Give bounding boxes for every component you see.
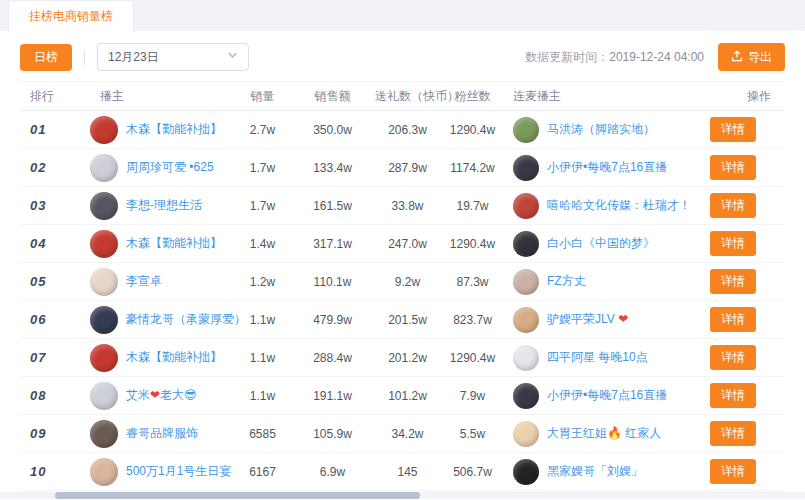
gifts-value: 201.5w <box>375 313 440 327</box>
filter-toolbar: 日榜 12月23日 数据更新时间：2019-12-24 04:00 导出 <box>20 43 785 71</box>
co-broadcaster-name-link[interactable]: 驴嫂平荣JLV ❤ <box>547 311 628 328</box>
detail-button[interactable]: 详情 <box>710 421 756 446</box>
header-fans: 粉丝数 <box>440 88 505 105</box>
broadcaster-avatar[interactable] <box>90 306 118 334</box>
broadcaster-cell: 500万1月1号生日宴 <box>90 458 235 486</box>
broadcaster-avatar[interactable] <box>90 458 118 486</box>
co-broadcaster-avatar[interactable] <box>513 231 539 257</box>
broadcaster-avatar[interactable] <box>90 382 118 410</box>
co-broadcaster-cell: 驴嫂平荣JLV ❤ <box>505 307 710 333</box>
co-broadcaster-avatar[interactable] <box>513 117 539 143</box>
co-broadcaster-name-link[interactable]: 黑家嫂哥「刘嫂」 <box>547 463 643 480</box>
action-cell: 详情 <box>710 307 794 332</box>
co-broadcaster-avatar[interactable] <box>513 383 539 409</box>
gifts-value: 145 <box>375 465 440 479</box>
co-broadcaster-name-link[interactable]: 大胃王红姐🔥 红家人 <box>547 425 661 442</box>
action-cell: 详情 <box>710 459 794 484</box>
broadcaster-avatar[interactable] <box>90 344 118 372</box>
rank-value: 05 <box>20 274 90 289</box>
co-broadcaster-name-link[interactable]: 小伊伊•每晚7点16直播 <box>547 159 667 176</box>
broadcaster-name-link[interactable]: 周周珍可爱 •625 <box>126 159 214 176</box>
export-icon <box>731 50 743 65</box>
gifts-value: 33.8w <box>375 199 440 213</box>
detail-button[interactable]: 详情 <box>710 307 756 332</box>
sales-amount-value: 110.1w <box>290 275 375 289</box>
rank-value: 01 <box>20 122 90 137</box>
horizontal-scrollbar-thumb[interactable] <box>55 492 420 499</box>
broadcaster-name-link[interactable]: 木森【勤能补拙】 <box>126 121 222 138</box>
sales-volume-value: 1.4w <box>235 237 290 251</box>
sales-amount-value: 6.9w <box>290 465 375 479</box>
broadcaster-name-link[interactable]: 木森【勤能补拙】 <box>126 349 222 366</box>
detail-button[interactable]: 详情 <box>710 155 756 180</box>
sales-volume-value: 1.1w <box>235 389 290 403</box>
broadcaster-name-link[interactable]: 李想-理想生活 <box>126 197 202 214</box>
detail-button[interactable]: 详情 <box>710 459 756 484</box>
broadcaster-name-link[interactable]: 豪情龙哥（承蒙厚爱） <box>126 311 246 328</box>
co-broadcaster-avatar[interactable] <box>513 269 539 295</box>
detail-button[interactable]: 详情 <box>710 231 756 256</box>
broadcaster-avatar[interactable] <box>90 268 118 296</box>
broadcaster-avatar[interactable] <box>90 192 118 220</box>
tab-ecommerce-sales-rank[interactable]: 挂榜电商销量榜 <box>8 0 134 31</box>
broadcaster-name-link[interactable]: 木森【勤能补拙】 <box>126 235 222 252</box>
sales-amount-value: 288.4w <box>290 351 375 365</box>
co-broadcaster-name-link[interactable]: 四平阿星 每晚10点 <box>547 349 648 366</box>
gifts-value: 34.2w <box>375 427 440 441</box>
co-broadcaster-avatar[interactable] <box>513 193 539 219</box>
broadcaster-cell: 李宣卓 <box>90 268 235 296</box>
co-broadcaster-cell: 黑家嫂哥「刘嫂」 <box>505 459 710 485</box>
fans-value: 1174.2w <box>440 161 505 175</box>
daily-rank-button[interactable]: 日榜 <box>20 44 72 71</box>
co-broadcaster-name-link[interactable]: 小伊伊•每晚7点16直播 <box>547 387 667 404</box>
co-broadcaster-avatar[interactable] <box>513 421 539 447</box>
ranking-table: 排行 播主 销量 销售额 送礼数（快币） 粉丝数 连麦播主 操作 01 木森【勤… <box>20 81 785 491</box>
broadcaster-name-link[interactable]: 500万1月1号生日宴 <box>126 463 231 480</box>
date-select[interactable]: 12月23日 <box>97 43 249 71</box>
fans-value: 506.7w <box>440 465 505 479</box>
broadcaster-name-link[interactable]: 李宣卓 <box>126 273 162 290</box>
table-row: 03 李想-理想生活 1.7w 161.5w 33.8w 19.7w 嘻哈哈文化… <box>20 187 785 225</box>
broadcaster-cell: 豪情龙哥（承蒙厚爱） <box>90 306 235 334</box>
co-broadcaster-avatar[interactable] <box>513 345 539 371</box>
co-broadcaster-name-link[interactable]: 嘻哈哈文化传媒：杜瑞才！ <box>547 197 691 214</box>
broadcaster-avatar[interactable] <box>90 154 118 182</box>
detail-button[interactable]: 详情 <box>710 193 756 218</box>
rank-value: 07 <box>20 350 90 365</box>
horizontal-scrollbar-track[interactable] <box>0 492 805 499</box>
co-broadcaster-name-link[interactable]: 白小白《中国的梦》 <box>547 235 655 252</box>
detail-button[interactable]: 详情 <box>710 117 756 142</box>
detail-button[interactable]: 详情 <box>710 383 756 408</box>
co-broadcaster-name-link[interactable]: 马洪涛（脚踏实地） <box>547 121 655 138</box>
co-broadcaster-cell: 大胃王红姐🔥 红家人 <box>505 421 710 447</box>
sales-amount-value: 133.4w <box>290 161 375 175</box>
action-cell: 详情 <box>710 421 794 446</box>
broadcaster-name-link[interactable]: 睿哥品牌服饰 <box>126 425 198 442</box>
co-broadcaster-avatar[interactable] <box>513 307 539 333</box>
detail-button[interactable]: 详情 <box>710 269 756 294</box>
broadcaster-avatar[interactable] <box>90 230 118 258</box>
co-broadcaster-cell: 小伊伊•每晚7点16直播 <box>505 383 710 409</box>
broadcaster-name-link[interactable]: 艾米❤老大😎 <box>126 387 197 404</box>
co-broadcaster-avatar[interactable] <box>513 459 539 485</box>
broadcaster-avatar[interactable] <box>90 420 118 448</box>
gifts-value: 101.2w <box>375 389 440 403</box>
export-button[interactable]: 导出 <box>718 43 785 71</box>
table-row: 05 李宣卓 1.2w 110.1w 9.2w 87.3w FZ方丈 详情 <box>20 263 785 301</box>
co-broadcaster-name-link[interactable]: FZ方丈 <box>547 273 586 290</box>
action-cell: 详情 <box>710 155 794 180</box>
detail-button[interactable]: 详情 <box>710 345 756 370</box>
sales-volume-value: 1.1w <box>235 351 290 365</box>
co-broadcaster-avatar[interactable] <box>513 155 539 181</box>
gifts-value: 206.3w <box>375 123 440 137</box>
table-row: 02 周周珍可爱 •625 1.7w 133.4w 287.9w 1174.2w… <box>20 149 785 187</box>
table-row: 04 木森【勤能补拙】 1.4w 317.1w 247.0w 1290.4w 白… <box>20 225 785 263</box>
sales-volume-value: 1.1w <box>235 313 290 327</box>
header-sales-volume: 销量 <box>235 88 290 105</box>
sales-amount-value: 191.1w <box>290 389 375 403</box>
table-row: 06 豪情龙哥（承蒙厚爱） 1.1w 479.9w 201.5w 823.7w … <box>20 301 785 339</box>
broadcaster-avatar[interactable] <box>90 116 118 144</box>
header-gifts: 送礼数（快币） <box>375 88 440 105</box>
broadcaster-cell: 李想-理想生活 <box>90 192 235 220</box>
table-row: 01 木森【勤能补拙】 2.7w 350.0w 206.3w 1290.4w 马… <box>20 111 785 149</box>
